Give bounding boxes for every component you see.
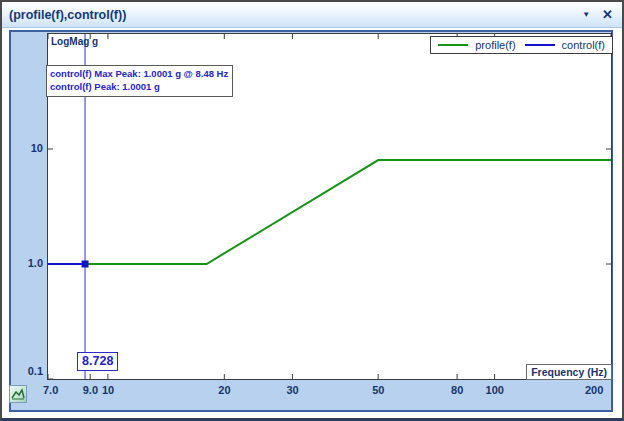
x-tick-label: 30 — [286, 384, 298, 396]
x-tick-label: 7.0 — [43, 384, 58, 396]
y-tick-label: 10 — [13, 142, 43, 154]
chart-icon — [10, 386, 26, 402]
x-tick-label: 100 — [486, 384, 504, 396]
x-tick-label: 10 — [102, 384, 114, 396]
plot-panel: LogMag g control(f) Max Peak: 1.0001 g @… — [9, 30, 613, 412]
window-titlebar[interactable]: (profile(f),control(f)) ▼ ✕ — [2, 2, 622, 28]
peak-annotation-box: control(f) Max Peak: 1.0001 g @ 8.48 Hz … — [46, 65, 233, 97]
chart-options-button[interactable] — [9, 385, 27, 403]
profile-line-sample-icon — [438, 44, 468, 46]
y-axis-label: LogMag g — [51, 36, 98, 47]
plot-window: (profile(f),control(f)) ▼ ✕ LogMag g con… — [0, 0, 624, 421]
menu-dropdown-icon[interactable]: ▼ — [582, 11, 590, 19]
x-tick-label: 200 — [585, 384, 603, 396]
x-tick-label: 80 — [451, 384, 463, 396]
y-tick-label: 1.0 — [13, 257, 43, 269]
legend-label-control: control(f) — [562, 39, 605, 51]
legend: profile(f) control(f) — [430, 36, 613, 54]
annotation-max-peak: control(f) Max Peak: 1.0001 g @ 8.48 Hz — [50, 67, 228, 80]
x-tick-label: 9.0 — [83, 384, 98, 396]
legend-label-profile: profile(f) — [475, 39, 515, 51]
profilef-curve — [48, 160, 611, 264]
annotation-peak: control(f) Peak: 1.0001 g — [50, 80, 228, 93]
cursor-frequency-readout[interactable]: 8.728 — [77, 352, 118, 371]
titlebar-controls: ▼ ✕ — [582, 2, 613, 27]
y-tick-label: 0.1 — [13, 365, 43, 377]
legend-item-control: control(f) — [525, 39, 605, 51]
close-icon[interactable]: ✕ — [602, 8, 613, 21]
cursor-marker[interactable] — [82, 260, 89, 267]
window-title: (profile(f),control(f)) — [9, 8, 126, 22]
legend-item-profile: profile(f) — [438, 39, 515, 51]
x-tick-label: 50 — [372, 384, 384, 396]
x-tick-label: 20 — [218, 384, 230, 396]
x-axis-label: Frequency (Hz) — [526, 364, 612, 380]
plot-area[interactable]: LogMag g control(f) Max Peak: 1.0001 g @… — [47, 33, 612, 380]
control-line-sample-icon — [525, 44, 555, 46]
